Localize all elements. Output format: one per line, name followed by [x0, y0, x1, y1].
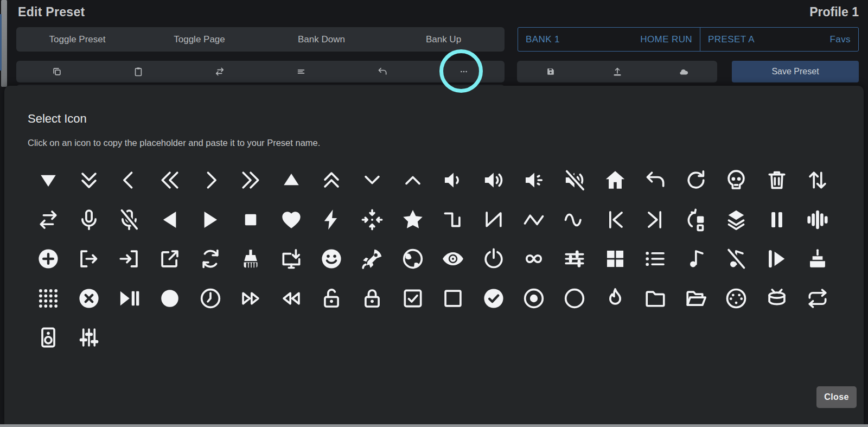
rewind-icon[interactable] [271, 279, 312, 318]
record-circle-icon[interactable] [150, 279, 190, 318]
x-circle-icon[interactable] [69, 279, 110, 318]
save-preset-button[interactable]: Save Preset [732, 61, 859, 82]
layers-icon[interactable] [716, 200, 757, 240]
check-circle-icon[interactable] [474, 279, 514, 318]
volume-off-icon[interactable] [514, 161, 554, 200]
plus-circle-icon[interactable] [28, 239, 69, 279]
close-button[interactable]: Close [816, 386, 857, 408]
home-icon[interactable] [595, 161, 635, 200]
undo-icon[interactable] [635, 161, 676, 200]
save-floppy-icon[interactable] [517, 61, 584, 82]
folder-closed-icon[interactable] [635, 279, 676, 318]
pause-icon[interactable] [757, 200, 797, 240]
sync-icon[interactable] [190, 239, 231, 279]
list-bullets-icon[interactable] [635, 239, 676, 279]
sine-wave-icon[interactable] [554, 200, 595, 240]
speaker-cabinet-icon[interactable] [28, 318, 69, 358]
caret-up-icon[interactable] [271, 161, 312, 200]
compress-arrows-icon[interactable] [352, 200, 393, 240]
skip-to-start-icon[interactable] [595, 200, 635, 240]
skull-icon[interactable] [716, 161, 757, 200]
undo-icon[interactable] [342, 61, 423, 82]
radio-selected-icon[interactable] [514, 279, 554, 318]
arrows-horizontal-icon[interactable] [28, 200, 69, 240]
align-lines-icon[interactable] [260, 61, 342, 82]
toggle-preset-button[interactable]: Toggle Preset [16, 27, 138, 52]
stop-square-icon[interactable] [231, 200, 271, 240]
microphone-off-icon[interactable] [109, 200, 150, 240]
volume-mute-icon[interactable] [554, 161, 595, 200]
power-icon[interactable] [474, 239, 514, 279]
grid-squares-icon[interactable] [595, 239, 635, 279]
globe-icon[interactable] [392, 239, 433, 279]
chevron-left-icon[interactable] [109, 161, 150, 200]
sliders-vertical-icon[interactable] [69, 318, 110, 358]
triangle-right-icon[interactable] [190, 200, 231, 240]
waveform-icon[interactable] [797, 200, 838, 240]
upload-icon[interactable] [584, 61, 650, 82]
fast-forward-icon[interactable] [231, 279, 271, 318]
arrows-vertical-icon[interactable] [797, 161, 838, 200]
caret-down-icon[interactable] [28, 161, 69, 200]
lock-closed-icon[interactable] [352, 279, 393, 318]
loop-squares-icon[interactable] [676, 200, 717, 240]
chevron-up-icon[interactable] [392, 161, 433, 200]
play-from-start-icon[interactable] [757, 239, 797, 279]
lightning-bolt-icon[interactable] [311, 200, 352, 240]
music-note-off-icon[interactable] [716, 239, 757, 279]
copy-icon[interactable] [16, 61, 98, 82]
chevrons-down-icon[interactable] [69, 161, 110, 200]
chevrons-right-icon[interactable] [231, 161, 271, 200]
midi-connector-icon[interactable] [716, 279, 757, 318]
birthday-cake-icon[interactable] [797, 239, 838, 279]
infinity-icon[interactable] [514, 239, 554, 279]
toggle-page-button[interactable]: Toggle Page [138, 27, 260, 52]
bank-cell[interactable]: BANK 1 HOME RUN [518, 28, 700, 51]
sliders-horizontal-icon[interactable] [554, 239, 595, 279]
scrollbar[interactable] [1, 0, 7, 87]
smiley-face-icon[interactable] [311, 239, 352, 279]
redo-icon[interactable] [676, 161, 717, 200]
triangle-wave-icon[interactable] [514, 200, 554, 240]
external-link-icon[interactable] [150, 239, 190, 279]
folder-open-icon[interactable] [676, 279, 717, 318]
rocket-icon[interactable] [352, 239, 393, 279]
log-out-icon[interactable] [69, 239, 110, 279]
heart-icon[interactable] [271, 200, 312, 240]
chevron-down-icon[interactable] [352, 161, 393, 200]
repeat-icon[interactable] [797, 279, 838, 318]
chevrons-up-icon[interactable] [311, 161, 352, 200]
microphone-icon[interactable] [69, 200, 110, 240]
trash-icon[interactable] [757, 161, 797, 200]
log-in-icon[interactable] [109, 239, 150, 279]
saw-wave-icon[interactable] [474, 200, 514, 240]
preset-cell[interactable]: PRESET A Favs [700, 28, 858, 51]
play-pause-icon[interactable] [109, 279, 150, 318]
swap-horizontal-icon[interactable] [179, 61, 260, 82]
drum-icon[interactable] [757, 279, 797, 318]
chevrons-left-icon[interactable] [150, 161, 190, 200]
monitor-download-icon[interactable] [271, 239, 312, 279]
bank-down-button[interactable]: Bank Down [260, 27, 382, 52]
clock-icon[interactable] [190, 279, 231, 318]
paste-icon[interactable] [98, 61, 179, 82]
skip-to-end-icon[interactable] [635, 200, 676, 240]
triangle-left-icon[interactable] [150, 200, 190, 240]
lock-open-icon[interactable] [311, 279, 352, 318]
volume-low-icon[interactable] [433, 161, 474, 200]
ellipsis-icon[interactable] [423, 61, 505, 82]
eye-icon[interactable] [433, 239, 474, 279]
checkbox-empty-icon[interactable] [433, 279, 474, 318]
music-note-icon[interactable] [676, 239, 717, 279]
dots-grid-icon[interactable] [28, 279, 69, 318]
paint-brush-icon[interactable] [231, 239, 271, 279]
square-wave-icon[interactable] [433, 200, 474, 240]
chevron-right-icon[interactable] [190, 161, 231, 200]
checkbox-checked-icon[interactable] [392, 279, 433, 318]
cloud-icon[interactable] [650, 61, 717, 82]
circle-outline-icon[interactable] [554, 279, 595, 318]
bank-up-button[interactable]: Bank Up [382, 27, 505, 52]
flame-icon[interactable] [595, 279, 635, 318]
volume-high-icon[interactable] [474, 161, 514, 200]
star-icon[interactable] [392, 200, 433, 240]
